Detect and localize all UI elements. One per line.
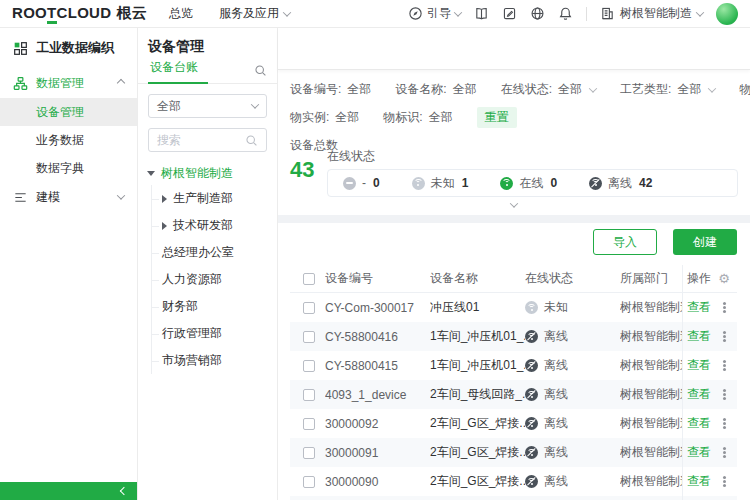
tree-item[interactable]: 市场营销部	[152, 347, 271, 374]
sidebar-collapse-button[interactable]	[0, 482, 137, 500]
cell-device-name: 1车间_冲压机01_...	[430, 351, 525, 380]
cell-device-id: 30000092	[325, 409, 430, 438]
sidebar-item-data-dictionary[interactable]: 数据字典	[0, 154, 137, 182]
cell-device-name: 2车间_G区_焊接...	[430, 438, 525, 467]
rootcloud-logo[interactable]: ROOTCLOUD 根云	[12, 4, 147, 23]
table-row: CY-Com-300017 冲压线01 未知	[290, 293, 737, 322]
filter-item[interactable]: 物实例: 全部	[290, 109, 359, 126]
filters-section: 设备编号: 全部 设备名称: 全部 在线状态: 全部	[278, 70, 750, 211]
chevron-down-icon	[117, 191, 125, 199]
tree-item[interactable]: 总经理办公室	[152, 239, 271, 266]
more-actions-icon[interactable]	[723, 364, 726, 367]
bell-icon[interactable]	[558, 6, 573, 21]
cell-online-status: 未知	[525, 293, 620, 322]
filter-item[interactable]: 设备名称: 全部	[395, 81, 476, 98]
row-checkbox[interactable]	[303, 418, 315, 430]
table-row: 4093_1_device 2车间_母线回路_... 离线	[290, 380, 737, 409]
row-checkbox[interactable]	[303, 447, 315, 459]
tree-item[interactable]: 人力资源部	[152, 266, 271, 293]
row-checkbox[interactable]	[303, 389, 315, 401]
filter-item[interactable]: 物标识: 全部	[383, 109, 452, 126]
scope-select[interactable]: 全部	[148, 94, 267, 118]
docs-icon[interactable]	[474, 6, 489, 21]
device-panel: 设备管理 设备台账 全部 树根智能制造	[138, 28, 278, 500]
more-actions-icon[interactable]	[723, 335, 726, 338]
guide-menu[interactable]: 引导	[408, 5, 461, 22]
row-checkbox[interactable]	[303, 302, 315, 314]
logo-text-accent: T	[47, 4, 56, 24]
chevron-down-icon	[251, 100, 259, 108]
device-total-value: 43	[290, 157, 327, 183]
sidebar-item-business-data[interactable]: 业务数据	[0, 126, 137, 154]
table-row: 30000090 2车间_G区_焊接... 离线	[290, 467, 737, 496]
status-icon	[343, 177, 356, 190]
sidebar-group-data-management[interactable]: 数据管理	[0, 68, 137, 98]
organization-icon	[600, 6, 615, 21]
column-settings-gear-icon[interactable]: ⚙	[718, 272, 737, 285]
tree-item[interactable]: 生产制造部	[152, 185, 271, 212]
filter-item[interactable]: 工艺类型: 全部	[620, 81, 715, 98]
menu-services[interactable]: 服务及应用	[219, 5, 290, 22]
menu-overview[interactable]: 总览	[169, 5, 193, 22]
import-button[interactable]: 导入	[593, 229, 657, 255]
user-avatar[interactable]	[716, 3, 738, 25]
logo-chinese: 根云	[116, 4, 147, 23]
reset-filters-button[interactable]: 重置	[477, 107, 517, 128]
view-link[interactable]: 查看	[687, 386, 711, 403]
sidebar-group-modeling[interactable]: 建模	[0, 182, 137, 212]
more-actions-icon[interactable]	[723, 451, 726, 454]
cell-department: 树根智能制造	[620, 322, 682, 351]
globe-icon[interactable]	[530, 6, 545, 21]
tree-item[interactable]: 技术研发部	[152, 212, 271, 239]
tree-item[interactable]: 财务部	[152, 293, 271, 320]
view-link[interactable]: 查看	[687, 473, 711, 490]
more-actions-icon[interactable]	[723, 480, 726, 483]
cell-device-name: 2车间_G区_焊接...	[430, 409, 525, 438]
status-icon	[525, 446, 538, 459]
cell-operation: 查看	[682, 438, 737, 467]
create-button[interactable]: 创建	[673, 229, 737, 255]
view-link[interactable]: 查看	[687, 444, 711, 461]
cell-department: 树根智能制造	[620, 496, 682, 500]
view-link[interactable]: 查看	[687, 299, 711, 316]
tree-children: 生产制造部 技术研发部 总经理办公室	[151, 185, 271, 374]
filter-item[interactable]: 设备编号: 全部	[290, 81, 371, 98]
more-actions-icon[interactable]	[723, 393, 726, 396]
sidebar-item-device-management[interactable]: 设备管理	[0, 98, 137, 126]
modeling-icon	[13, 190, 28, 205]
view-link[interactable]: 查看	[687, 357, 711, 374]
caret-down-icon	[147, 171, 155, 176]
logo-text: ROO	[12, 4, 47, 21]
view-link[interactable]: 查看	[687, 415, 711, 432]
select-all-checkbox[interactable]	[303, 273, 315, 285]
search-icon[interactable]	[254, 64, 267, 77]
cell-device-name: 2车间_G区_焊接...	[430, 467, 525, 496]
caret-right-icon	[162, 222, 167, 230]
sidebar-app-title[interactable]: 工业数据编织	[0, 28, 137, 68]
col-operation: 操作 ⚙	[682, 265, 737, 292]
row-checkbox[interactable]	[303, 360, 315, 372]
collapse-filters-control[interactable]	[290, 199, 738, 211]
table-row: 30000091 2车间_G区_焊接... 离线	[290, 438, 737, 467]
view-link[interactable]: 查看	[687, 328, 711, 345]
tree-search-input[interactable]	[157, 133, 245, 147]
workbench-icon[interactable]	[502, 6, 517, 21]
row-checkbox[interactable]	[303, 331, 315, 343]
logo-text2: CLOUD	[57, 4, 112, 21]
cell-operation: 查看	[682, 496, 737, 500]
panel-title: 设备管理	[138, 28, 277, 59]
table-row: 30000092 2车间_G区_焊接... 离线	[290, 409, 737, 438]
cell-online-status: 离线	[525, 467, 620, 496]
online-status-label: 在线状态	[327, 148, 738, 165]
org-tree: 树根智能制造 生产制造部 技术研发部	[147, 165, 271, 374]
tenant-selector[interactable]: 树根智能制造	[600, 5, 703, 22]
more-actions-icon[interactable]	[723, 306, 726, 309]
tab-device-ledger[interactable]: 设备台账	[148, 59, 208, 84]
cell-operation: 查看	[682, 467, 737, 496]
filter-item[interactable]: 在线状态: 全部	[501, 81, 596, 98]
more-actions-icon[interactable]	[723, 422, 726, 425]
row-checkbox[interactable]	[303, 476, 315, 488]
tree-root-node[interactable]: 树根智能制造	[147, 165, 271, 182]
filter-item[interactable]: 物模型: 全部	[739, 81, 750, 98]
tree-item[interactable]: 行政管理部	[152, 320, 271, 347]
